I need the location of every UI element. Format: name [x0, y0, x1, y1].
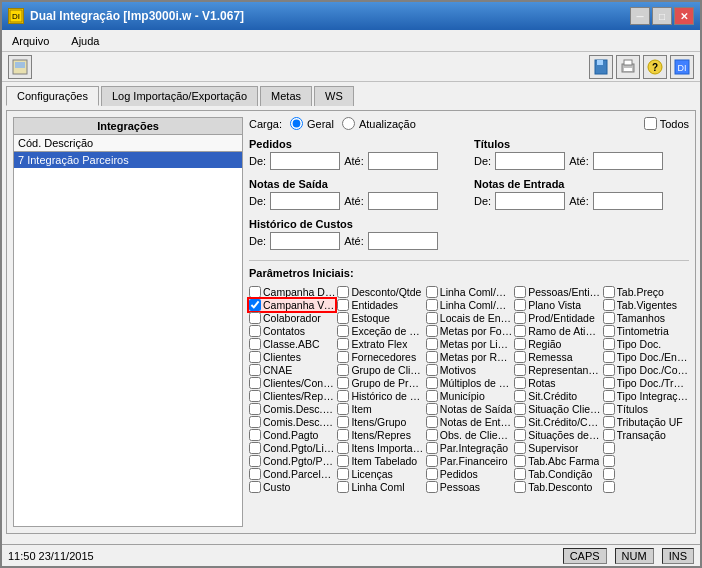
checkbox-input-73[interactable]	[514, 468, 526, 480]
checkbox-input-36[interactable]	[337, 377, 349, 389]
checkbox-input-65[interactable]	[249, 455, 261, 467]
checkbox-input-19[interactable]	[603, 325, 615, 337]
checkbox-item-67[interactable]: Par.Financeiro	[426, 455, 512, 467]
toolbar-help-icon[interactable]: ?	[643, 55, 667, 79]
checkbox-item-73[interactable]: Tab.Condição	[514, 468, 600, 480]
checkbox-item-66[interactable]: Item Tabelado	[337, 455, 423, 467]
checkbox-input-10[interactable]	[249, 312, 261, 324]
checkbox-input-33[interactable]	[514, 364, 526, 376]
checkbox-input-27[interactable]	[426, 351, 438, 363]
checkbox-input-23[interactable]	[514, 338, 526, 350]
checkbox-item-42[interactable]: Município	[426, 390, 512, 402]
checkbox-item-64[interactable]	[603, 442, 689, 454]
menu-ajuda[interactable]: Ajuda	[65, 33, 105, 49]
checkbox-input-57[interactable]	[426, 429, 438, 441]
checkbox-item-74[interactable]	[603, 468, 689, 480]
checkbox-item-50[interactable]: Comis.Desc.Prod	[249, 416, 335, 428]
checkbox-item-72[interactable]: Pedidos	[426, 468, 512, 480]
checkbox-input-28[interactable]	[514, 351, 526, 363]
checkbox-item-26[interactable]: Fornecedores	[337, 351, 423, 363]
checkbox-item-37[interactable]: Múltiplos de Venda	[426, 377, 512, 389]
checkbox-item-47[interactable]: Notas de Saída	[426, 403, 512, 415]
checkbox-item-10[interactable]: Colaborador	[249, 312, 335, 324]
checkbox-input-44[interactable]	[603, 390, 615, 402]
checkbox-input-52[interactable]	[426, 416, 438, 428]
checkbox-input-48[interactable]	[514, 403, 526, 415]
checkbox-input-4[interactable]	[603, 286, 615, 298]
checkbox-input-5[interactable]	[249, 299, 261, 311]
checkbox-input-55[interactable]	[249, 429, 261, 441]
radio-atualizacao-input[interactable]	[342, 117, 355, 130]
checkbox-item-44[interactable]: Tipo Integração	[603, 390, 689, 402]
menu-arquivo[interactable]: Arquivo	[6, 33, 55, 49]
checkbox-item-46[interactable]: Item	[337, 403, 423, 415]
toolbar-print-icon[interactable]	[616, 55, 640, 79]
checkbox-item-36[interactable]: Grupo de Produto	[337, 377, 423, 389]
checkbox-input-43[interactable]	[514, 390, 526, 402]
checkbox-item-3[interactable]: Pessoas/Entidade	[514, 286, 600, 298]
checkbox-input-70[interactable]	[249, 468, 261, 480]
tab-configuracoes[interactable]: Configurações	[6, 86, 99, 106]
radio-geral[interactable]: Geral	[290, 117, 334, 130]
checkbox-input-39[interactable]	[603, 377, 615, 389]
checkbox-input-75[interactable]	[249, 481, 261, 493]
toolbar-extra-icon[interactable]: DI	[670, 55, 694, 79]
checkbox-input-29[interactable]	[603, 351, 615, 363]
checkbox-input-78[interactable]	[514, 481, 526, 493]
checkbox-input-38[interactable]	[514, 377, 526, 389]
checkbox-input-11[interactable]	[337, 312, 349, 324]
checkbox-item-0[interactable]: Campanha Desconto	[249, 286, 335, 298]
checkbox-input-8[interactable]	[514, 299, 526, 311]
checkbox-item-69[interactable]	[603, 455, 689, 467]
checkbox-item-29[interactable]: Tipo Doc./Entidade	[603, 351, 689, 363]
checkbox-item-68[interactable]: Tab.Abc Farma	[514, 455, 600, 467]
pedidos-de-input[interactable]	[270, 152, 340, 170]
checkbox-input-20[interactable]	[249, 338, 261, 350]
notas-entrada-de-input[interactable]	[495, 192, 565, 210]
checkbox-input-6[interactable]	[337, 299, 349, 311]
checkbox-item-25[interactable]: Clientes	[249, 351, 335, 363]
checkbox-input-58[interactable]	[514, 429, 526, 441]
checkbox-input-13[interactable]	[514, 312, 526, 324]
checkbox-input-69[interactable]	[603, 455, 615, 467]
checkbox-input-53[interactable]	[514, 416, 526, 428]
checkbox-item-22[interactable]: Metas por Linha Coml.	[426, 338, 512, 350]
notas-saida-de-input[interactable]	[270, 192, 340, 210]
checkbox-input-47[interactable]	[426, 403, 438, 415]
tab-ws[interactable]: WS	[314, 86, 354, 106]
checkbox-item-11[interactable]: Estoque	[337, 312, 423, 324]
checkbox-input-62[interactable]	[426, 442, 438, 454]
checkbox-item-57[interactable]: Obs. de Clientes	[426, 429, 512, 441]
checkbox-item-79[interactable]	[603, 481, 689, 493]
checkbox-item-5[interactable]: Campanha Venda	[249, 299, 335, 311]
checkbox-item-14[interactable]: Tamanhos	[603, 312, 689, 324]
tab-log[interactable]: Log Importação/Exportação	[101, 86, 258, 106]
integration-item-7[interactable]: 7 Integração Parceiros	[14, 152, 242, 168]
radio-geral-input[interactable]	[290, 117, 303, 130]
checkbox-item-33[interactable]: Representantes	[514, 364, 600, 376]
checkbox-input-74[interactable]	[603, 468, 615, 480]
titulos-de-input[interactable]	[495, 152, 565, 170]
checkbox-input-21[interactable]	[337, 338, 349, 350]
checkbox-item-58[interactable]: Situações de Venda	[514, 429, 600, 441]
checkbox-input-77[interactable]	[426, 481, 438, 493]
checkbox-input-9[interactable]	[603, 299, 615, 311]
tab-metas[interactable]: Metas	[260, 86, 312, 106]
checkbox-item-62[interactable]: Par.Integração	[426, 442, 512, 454]
checkbox-item-54[interactable]: Tributação UF	[603, 416, 689, 428]
checkbox-input-18[interactable]	[514, 325, 526, 337]
checkbox-input-14[interactable]	[603, 312, 615, 324]
integration-item-empty-7[interactable]	[14, 192, 242, 196]
checkbox-input-68[interactable]	[514, 455, 526, 467]
checkbox-item-76[interactable]: Linha Coml	[337, 481, 423, 493]
checkbox-item-30[interactable]: CNAE	[249, 364, 335, 376]
checkbox-input-63[interactable]	[514, 442, 526, 454]
checkbox-input-2[interactable]	[426, 286, 438, 298]
checkbox-item-28[interactable]: Remessa	[514, 351, 600, 363]
pedidos-ate-input[interactable]	[368, 152, 438, 170]
radio-atualizacao[interactable]: Atualização	[342, 117, 416, 130]
checkbox-input-1[interactable]	[337, 286, 349, 298]
close-button[interactable]: ✕	[674, 7, 694, 25]
checkbox-item-52[interactable]: Notas de Entrada	[426, 416, 512, 428]
checkbox-input-15[interactable]	[249, 325, 261, 337]
